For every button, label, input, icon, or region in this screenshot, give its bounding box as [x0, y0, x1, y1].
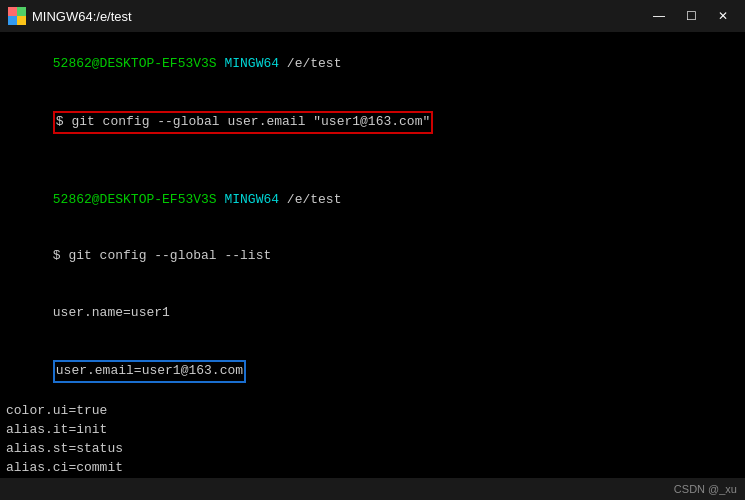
terminal-output: alias.ck=checkout [6, 477, 739, 478]
terminal-command: $ git config --global --list [6, 228, 739, 285]
terminal-blank [6, 153, 739, 172]
window-title: MINGW64:/e/test [32, 9, 132, 24]
svg-rect-3 [17, 16, 26, 25]
terminal-output-highlighted: user.email=user1@163.com [6, 342, 739, 403]
terminal-output: alias.it=init [6, 421, 739, 440]
maximize-button[interactable]: ☐ [677, 6, 705, 26]
terminal-output: color.ui=true [6, 402, 739, 421]
close-button[interactable]: ✕ [709, 6, 737, 26]
minimize-button[interactable]: — [645, 6, 673, 26]
svg-rect-0 [8, 7, 17, 16]
terminal-output: user.name=user1 [6, 285, 739, 342]
terminal-output: alias.ci=commit [6, 459, 739, 478]
svg-rect-2 [8, 16, 17, 25]
terminal-window: MINGW64:/e/test — ☐ ✕ 52862@DESKTOP-EF53… [0, 0, 745, 500]
terminal-line: 52862@DESKTOP-EF53V3S MINGW64 /e/test [6, 172, 739, 229]
status-bar: CSDN @_xu [0, 478, 745, 500]
window-controls: — ☐ ✕ [645, 6, 737, 26]
title-bar: MINGW64:/e/test — ☐ ✕ [0, 0, 745, 32]
status-text: CSDN @_xu [674, 483, 737, 495]
terminal-body[interactable]: 52862@DESKTOP-EF53V3S MINGW64 /e/test $ … [0, 32, 745, 478]
terminal-line: 52862@DESKTOP-EF53V3S MINGW64 /e/test [6, 36, 739, 93]
svg-rect-1 [17, 7, 26, 16]
terminal-command-highlighted: $ git config --global user.email "user1@… [6, 93, 739, 154]
title-bar-left: MINGW64:/e/test [8, 7, 132, 25]
terminal-output: alias.st=status [6, 440, 739, 459]
app-icon [8, 7, 26, 25]
